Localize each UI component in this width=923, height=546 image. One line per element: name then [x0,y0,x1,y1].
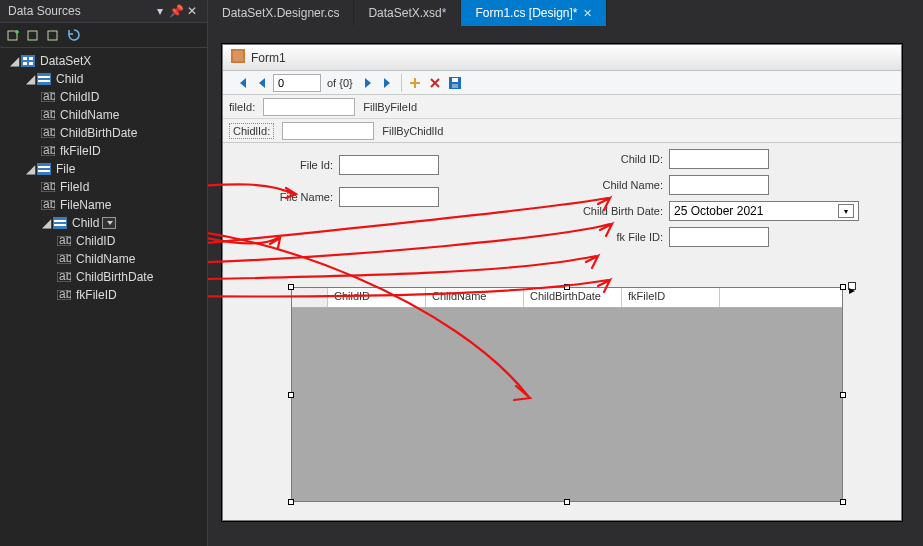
tree-node-col[interactable]: ablfkFileID [0,142,207,160]
grid-col-header[interactable]: fkFileID [622,288,720,307]
fill1-button[interactable]: FillByFileId [363,101,417,113]
form-titlebar: Form1 [223,45,901,71]
refresh-icon[interactable] [66,27,82,43]
fill1-input[interactable] [263,98,355,116]
nav-save-icon[interactable] [446,74,464,92]
fill-toolstrip-2: ChidlId: FillByChidlId [223,119,901,143]
tab-form-design[interactable]: Form1.cs [Design]*✕ [461,0,607,26]
editor-area: DataSetX.Designer.cs DataSetX.xsd* Form1… [208,0,923,546]
data-sources-panel: Data Sources ▾ 📌 ✕ ◢DataSetX ◢Child ablC… [0,0,208,546]
grid-corner[interactable] [292,288,328,307]
svg-rect-19 [37,163,51,175]
nav-first-icon[interactable] [233,74,251,92]
form-window: Form1 of {0} fileId: FillByFileId [222,44,902,521]
grid-col-header[interactable]: ChildBirthDate [524,288,622,307]
input-fileid[interactable] [339,155,439,175]
smart-tag-icon[interactable]: ▸ [848,282,856,290]
tree-node-child[interactable]: ◢Child [0,70,207,88]
label-filename: File Name: [253,191,333,203]
svg-text:abl: abl [43,182,55,192]
svg-text:abl: abl [43,146,55,156]
close-icon[interactable]: ✕ [185,4,199,18]
nav-count-label: of {0} [323,77,357,89]
fill-toolstrip-1: fileId: FillByFileId [223,95,901,119]
panel-toolbar [0,23,207,48]
svg-text:abl: abl [43,110,55,120]
nav-last-icon[interactable] [379,74,397,92]
dropdown-icon[interactable] [102,217,116,229]
input-fkfileid[interactable] [669,227,769,247]
input-childid[interactable] [669,149,769,169]
table-icon [36,162,52,176]
nav-position-input[interactable] [273,74,321,92]
label-childbirth: Child Birth Date: [563,205,663,217]
field-childname: Child Name: [583,175,769,195]
nav-delete-icon[interactable] [426,74,444,92]
edit-dataset-icon[interactable] [46,27,62,43]
add-source-icon[interactable] [6,27,22,43]
tree-node-col[interactable]: ablfkFileID [0,286,207,304]
svg-rect-27 [54,220,66,222]
datagridview[interactable]: ChildID ChildName ChildBirthDate fkFileI… [291,287,843,502]
fill2-button[interactable]: FillByChidlId [382,125,443,137]
tree-node-col[interactable]: ablChildName [0,106,207,124]
svg-rect-10 [38,80,50,82]
tree-node-col[interactable]: ablFileId [0,178,207,196]
tree-node-col[interactable]: ablChildID [0,88,207,106]
svg-rect-1 [28,31,37,40]
grid-col-header[interactable]: ChildName [426,288,524,307]
svg-text:abl: abl [43,128,55,138]
tree-node-file[interactable]: ◢File [0,160,207,178]
form-icon [231,49,245,66]
label-fkfileid: fk File ID: [603,231,663,243]
field-fkfileid: fk File ID: [603,227,769,247]
data-sources-tree: ◢DataSetX ◢Child ablChildID ablChildName… [0,48,207,308]
fill2-input[interactable] [282,122,374,140]
pin-icon[interactable]: 📌 [169,4,183,18]
svg-rect-26 [53,217,67,229]
input-filename[interactable] [339,187,439,207]
nav-prev-icon[interactable] [253,74,271,92]
grid-header-row: ChildID ChildName ChildBirthDate fkFileI… [292,288,842,308]
grid-col-header[interactable]: ChildID [328,288,426,307]
svg-rect-4 [23,57,27,60]
column-icon: abl [40,126,56,140]
field-childid: Child ID: [603,149,769,169]
tree-node-col[interactable]: ablChildBirthDate [0,268,207,286]
tree-node-col[interactable]: ablChildID [0,232,207,250]
tab-designer-cs[interactable]: DataSetX.Designer.cs [208,0,354,26]
svg-text:abl: abl [43,200,55,210]
nav-add-icon[interactable] [406,74,424,92]
svg-rect-41 [452,84,458,88]
svg-text:abl: abl [43,92,55,102]
tree-node-col[interactable]: ablFileName [0,196,207,214]
input-childbirthdate[interactable]: 25 October 2021▾ [669,201,859,221]
svg-text:abl: abl [59,254,71,264]
link-icon[interactable] [26,27,42,43]
svg-text:abl: abl [59,236,71,246]
tree-node-col[interactable]: ablChildName [0,250,207,268]
svg-rect-8 [37,73,51,85]
nav-next-icon[interactable] [359,74,377,92]
column-icon: abl [56,288,72,302]
column-icon: abl [40,108,56,122]
input-childname[interactable] [669,175,769,195]
close-icon[interactable]: ✕ [583,7,592,20]
tree-node-dataset[interactable]: ◢DataSetX [0,52,207,70]
svg-text:abl: abl [59,272,71,282]
form-title-text: Form1 [251,51,286,65]
tree-node-col[interactable]: ablChildBirthDate [0,124,207,142]
panel-title-bar: Data Sources ▾ 📌 ✕ [0,0,207,23]
table-icon [52,216,68,230]
label-childid: Child ID: [603,153,663,165]
designer-canvas[interactable]: Form1 of {0} fileId: FillByFileId [208,26,923,546]
svg-rect-21 [38,170,50,172]
svg-rect-7 [29,62,33,65]
svg-rect-28 [54,224,66,226]
field-fileid: File Id: [273,155,439,175]
tab-xsd[interactable]: DataSetX.xsd* [354,0,461,26]
tree-node-child-nested[interactable]: ◢Child [0,214,207,232]
calendar-dropdown-icon[interactable]: ▾ [838,204,854,218]
svg-text:abl: abl [59,290,71,300]
dropdown-icon[interactable]: ▾ [153,4,167,18]
